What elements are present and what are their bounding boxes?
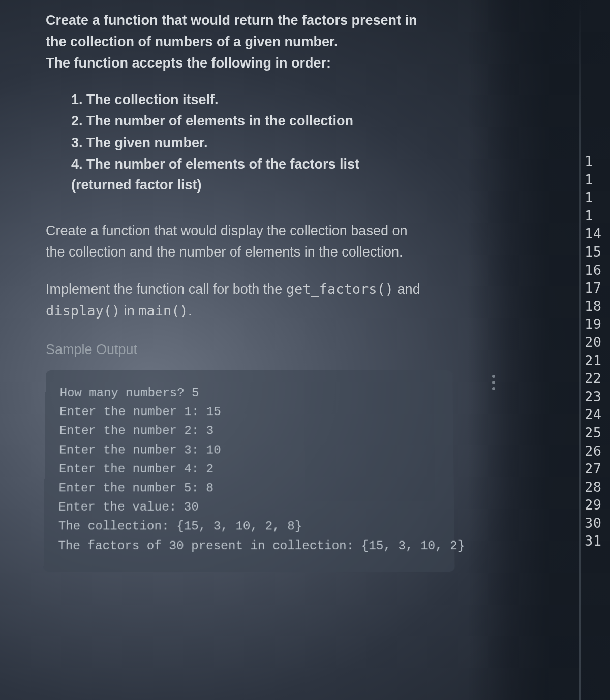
line-number: 1 (585, 152, 610, 171)
editor-strip: 1 1 1 1 14 15 16 17 18 19 20 21 22 23 24… (468, 0, 610, 700)
line-number-gutter: 1 1 1 1 14 15 16 17 18 19 20 21 22 23 24… (585, 152, 610, 550)
list-item: 2. The number of elements in the collect… (71, 111, 422, 132)
intro-paragraph: Create a function that would return the … (46, 10, 422, 74)
code-line: Enter the number 3: 10 (59, 440, 439, 459)
code-ref-main: main() (138, 303, 188, 319)
line-number: 16 (585, 261, 610, 279)
drag-handle-icon[interactable] (492, 375, 495, 390)
code-line: Enter the number 5: 8 (58, 479, 439, 498)
line-number: 1 (585, 207, 610, 225)
line-number: 1 (585, 188, 610, 207)
sample-output-code: How many numbers? 5 Enter the number 1: … (43, 370, 454, 572)
line-number: 28 (585, 478, 610, 496)
line-number: 22 (585, 369, 610, 388)
code-line: Enter the number 1: 15 (59, 403, 439, 422)
text-fragment: in (120, 303, 138, 319)
line-number: 21 (585, 352, 610, 370)
line-number: 24 (585, 405, 610, 424)
list-item: 3. The given number. (71, 133, 422, 153)
code-line: The factors of 30 present in collection:… (58, 536, 440, 556)
code-ref-display: display() (46, 303, 120, 319)
line-number: 19 (585, 315, 610, 333)
parameter-list: 1. The collection itself. 2. The number … (46, 89, 422, 196)
code-line: Enter the value: 30 (58, 498, 440, 517)
implement-text: Implement the function call for both the… (46, 278, 422, 322)
text-fragment: Implement the function call for both the (46, 281, 286, 297)
line-number: 26 (585, 442, 610, 460)
code-line: The collection: {15, 3, 10, 2, 8} (58, 517, 440, 536)
list-item: 1. The collection itself. (71, 89, 422, 110)
instructions-panel: Create a function that would return the … (0, 0, 468, 580)
panel-divider[interactable] (579, 0, 581, 700)
line-number: 30 (585, 514, 610, 532)
intro-line-1: Create a function that would return the … (46, 10, 422, 53)
line-number: 23 (585, 388, 610, 406)
line-number: 29 (585, 496, 610, 514)
line-number: 17 (585, 279, 610, 297)
line-number: 15 (585, 243, 610, 261)
line-number: 1 (585, 171, 610, 189)
code-line: Enter the number 2: 3 (59, 422, 439, 440)
list-item: 4. The number of elements of the factors… (71, 154, 422, 195)
line-number: 14 (585, 225, 610, 243)
intro-line-2: The function accepts the following in or… (46, 53, 422, 74)
display-function-text: Create a function that would display the… (46, 220, 422, 263)
line-number: 18 (585, 297, 610, 315)
text-fragment: and (393, 281, 420, 297)
line-number: 20 (585, 333, 610, 352)
code-line: Enter the number 4: 2 (59, 460, 440, 479)
line-number: 27 (585, 460, 610, 478)
code-ref-get-factors: get_factors() (286, 281, 393, 297)
code-line: How many numbers? 5 (59, 384, 438, 402)
text-fragment: . (188, 303, 192, 319)
line-number: 25 (585, 424, 610, 442)
sample-output-heading: Sample Output (46, 342, 422, 358)
line-number: 31 (585, 532, 610, 550)
